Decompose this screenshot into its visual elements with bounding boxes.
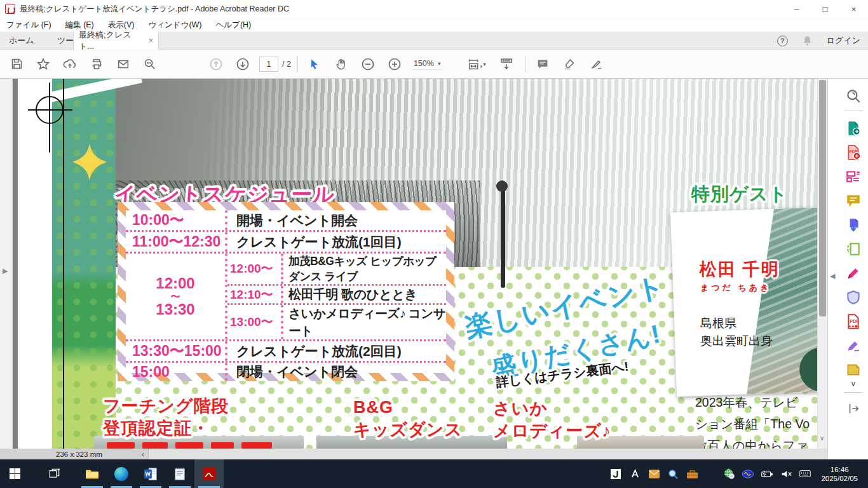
start-button[interactable] [0,459,29,488]
acrobat-window: 最終稿;クレストゲート放流イベントチラシ.pdf - Adobe Acrobat… [0,0,868,488]
schedule-row-5: 15:00 閉場・イベント閉会 [126,363,446,381]
menu-file[interactable]: ファイル (F) [6,20,51,30]
tray-battery-icon[interactable] [761,468,773,480]
tray-mail-icon[interactable] [648,468,660,480]
help-icon[interactable]: ? [777,36,788,46]
comment-icon[interactable] [532,54,553,74]
sign-icon[interactable] [586,54,606,74]
save-icon[interactable] [6,54,27,74]
combine-files-icon[interactable] [841,213,866,237]
acrobat-app-icon [5,4,15,14]
organize-pages-icon[interactable] [841,237,866,261]
open-tools-pane-icon[interactable] [841,396,866,421]
panel-collapse-icon[interactable]: ◀ [830,272,835,280]
row1-event: 開場・イベント開会 [227,210,446,230]
tab-home[interactable]: ホーム [9,32,34,50]
notification-bell-icon[interactable] [802,35,813,46]
close-button[interactable]: × [839,0,868,18]
menu-help[interactable]: ヘルプ(H) [216,20,252,30]
highlight-icon[interactable] [559,54,580,74]
tab-bar: ホーム ツール 最終稿;クレスト... × ? ログイン [0,32,868,50]
subrow2-time: 12:10〜 [227,286,283,303]
page-total-label: / 2 [282,60,291,69]
bottom-label-1-line2: 登頂認定証・ [103,417,229,440]
zoom-caret-icon: ▾ [438,60,441,67]
edge-button[interactable] [107,459,136,488]
zoom-out-icon[interactable] [358,54,378,74]
title-bar: 最終稿;クレストゲート放流イベントチラシ.pdf - Adobe Acrobat… [0,0,868,18]
tray-keyboard-icon[interactable] [799,468,811,480]
edit-pdf-icon[interactable] [841,165,866,189]
document-size-label: 236 x 323 mm [56,451,102,458]
guest-bio-line2: ション番組「The Vo [695,413,817,435]
export-pdf-icon[interactable] [841,116,866,140]
horizontal-scrollbar[interactable] [148,449,827,459]
minimize-button[interactable]: – [782,0,811,18]
window-title: 最終稿;クレストゲート放流イベントチラシ.pdf - Adobe Acrobat… [20,4,289,15]
fill-sign-icon[interactable] [841,261,866,285]
search-tools-icon[interactable] [841,84,866,108]
nav-pane-expand-icon[interactable]: ▶ [3,267,8,275]
tray-network-chat-icon[interactable] [723,468,735,480]
protect-icon[interactable] [841,285,866,309]
tray-toolbox-icon[interactable] [686,468,698,480]
zoom-in-icon[interactable] [384,54,405,74]
row3-time-tilde: 〜 [171,292,180,302]
select-tool-icon[interactable] [304,54,325,74]
file-explorer-button[interactable] [78,459,107,488]
previous-page-icon[interactable] [206,54,226,74]
tab-document[interactable]: 最終稿;クレスト... × [73,32,159,50]
tab-document-label: 最終稿;クレスト... [79,29,144,52]
bottom-label-3-line2: メロディーズ♪ [493,420,611,442]
tray-search-icon[interactable] [667,468,679,480]
subrow3-event: さいかメロディーズ♪ コンサート [283,305,446,339]
clock-date: 2025/02/05 [821,474,858,483]
bottom-label-1-line1: フーチング階段 [103,395,229,417]
vertical-scrollbar-thumb[interactable] [819,80,826,316]
menu-edit[interactable]: 編集 (E) [65,20,94,30]
toolbar: / 2 150% ▾ ▾ 共有 [0,50,868,79]
tools-panel: ◀ PDF PDF ∨ [827,79,868,459]
next-page-icon[interactable] [233,54,253,74]
taskbar-clock[interactable]: 16:46 2025/02/05 [818,465,863,483]
login-button[interactable]: ログイン [827,35,860,46]
fit-width-dropdown[interactable]: ▾ [462,54,490,74]
compress-pdf-icon[interactable]: PDF [841,309,866,334]
vertical-scrollbar[interactable]: ∨ [817,79,827,449]
email-icon[interactable] [113,54,133,74]
certificates-icon[interactable] [841,334,866,358]
zoom-level-dropdown[interactable]: 150% ▾ [411,58,444,70]
schedule-subrow-2: 12:10〜 松田千明 歌のひととき [227,286,446,305]
maximize-button[interactable]: □ [811,0,839,18]
tab-close-icon[interactable]: × [149,36,153,45]
tray-j-icon[interactable] [610,468,621,480]
stamp-icon[interactable] [841,358,866,382]
acrobat-taskbar-button[interactable] [194,459,224,488]
tray-ime-wave-icon[interactable] [742,468,754,480]
tray-ime-a-icon[interactable] [629,468,641,480]
comment-tools-icon[interactable] [841,189,866,213]
create-pdf-icon[interactable]: PDF [841,140,866,165]
notepad-button[interactable] [165,459,194,488]
hand-tool-icon[interactable] [331,54,351,74]
guest-origin-line2: 奥出雲町出身 [700,333,773,349]
page-scrolling-icon[interactable] [496,54,517,74]
tray-volume-muted-icon[interactable] [780,468,792,480]
page-number-input[interactable] [259,57,278,72]
task-view-button[interactable] [39,459,69,488]
star-icon[interactable] [33,54,53,74]
more-tools-icon[interactable]: ∨ [851,379,857,388]
bottom-label-2-line1: B&G [353,396,463,419]
word-button[interactable] [136,459,165,488]
schedule-subrow-1: 12:00〜 加茂B&Gキッズ ヒップホップダンス ライブ [227,254,446,286]
clipped-red-text [175,442,203,449]
find-icon[interactable] [140,54,160,74]
scroll-left-icon[interactable]: ‹ [142,450,144,459]
guest-bio-line1: 2023年春、テレビ [695,391,817,413]
print-icon[interactable] [86,54,107,74]
menu-view[interactable]: 表示(V) [108,20,135,30]
share-upload-icon[interactable] [60,54,80,74]
guest-card [670,207,817,397]
menu-window[interactable]: ウィンドウ(W) [148,20,201,30]
scroll-down-icon[interactable]: ∨ [820,435,824,442]
